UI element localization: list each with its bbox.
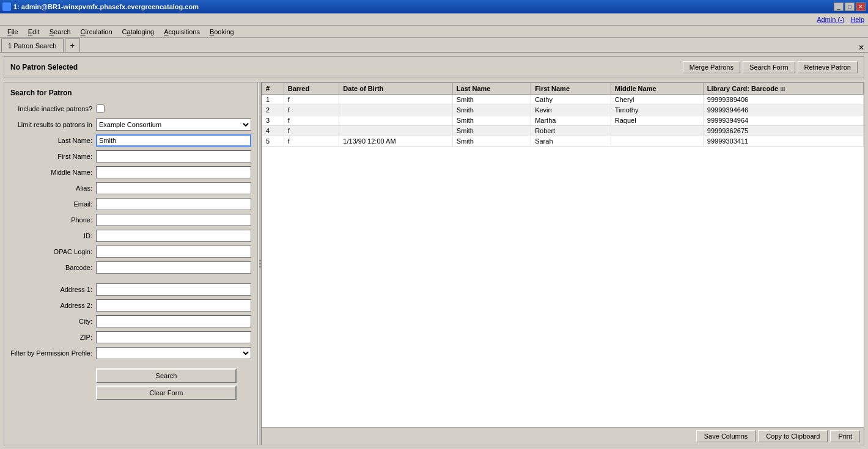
cell-dob (339, 95, 453, 105)
search-button[interactable]: Search (96, 368, 237, 383)
zip-input[interactable] (96, 331, 251, 343)
limit-results-select[interactable]: Example Consortium Branch 1 Branch 2 (96, 119, 251, 131)
cell-library_card: 99999362675 (703, 126, 863, 136)
results-table-header: # Barred Date of Birth Last Name First N… (262, 83, 864, 95)
table-row[interactable]: 3fSmithMarthaRaquel99999394964 (262, 115, 864, 126)
col-last-name[interactable]: Last Name (452, 83, 531, 95)
maximize-button[interactable]: □ (845, 2, 855, 11)
table-row[interactable]: 4fSmithRobert99999362675 (262, 126, 864, 136)
results-footer: Save Columns Copy to Clipboard Print (262, 427, 864, 445)
app-icon (2, 2, 11, 11)
title-bar-text: 1: admin@BR1-winxpvmfx.phasefx.evergreen… (2, 2, 199, 11)
city-input[interactable] (96, 315, 251, 327)
opac-login-row: OPAC Login: (10, 245, 251, 258)
cell-last_name: Smith (452, 126, 531, 136)
top-panel: No Patron Selected Merge Patrons Search … (4, 56, 864, 78)
phone-input[interactable] (96, 214, 251, 226)
tab-bar: 1 Patron Search + ✕ (0, 38, 868, 53)
menu-circulation[interactable]: Circulation (76, 27, 117, 37)
col-dob[interactable]: Date of Birth (339, 83, 453, 95)
save-columns-button[interactable]: Save Columns (696, 430, 756, 442)
cell-library_card: 99999394646 (703, 105, 863, 115)
cell-middle_name: Cheryl (611, 95, 703, 105)
address1-input[interactable] (96, 283, 251, 296)
address2-input[interactable] (96, 299, 251, 312)
print-button[interactable]: Print (830, 430, 860, 442)
retrieve-patron-button[interactable]: Retrieve Patron (798, 61, 858, 73)
splitter-dot-3 (259, 266, 261, 268)
menu-search[interactable]: Search (45, 27, 76, 37)
col-num[interactable]: # (262, 83, 284, 95)
email-input[interactable] (96, 198, 251, 210)
col-library-card[interactable]: Library Card: Barcode ⊞ (703, 83, 863, 95)
help-link[interactable]: Help (850, 16, 864, 23)
cell-num: 2 (262, 105, 284, 115)
cell-library_card: 99999303411 (703, 136, 863, 147)
cell-middle_name: Timothy (611, 105, 703, 115)
cell-dob (339, 115, 453, 126)
middle-name-row: Middle Name: (10, 166, 251, 179)
clear-form-button[interactable]: Clear Form (96, 385, 237, 400)
menu-acquisitions[interactable]: Acquisitions (159, 27, 205, 37)
last-name-row: Last Name: (10, 134, 251, 147)
cell-middle_name: Raquel (611, 115, 703, 126)
table-row[interactable]: 5f1/13/90 12:00 AMSmithSarah99999303411 (262, 136, 864, 147)
middle-name-input[interactable] (96, 166, 251, 178)
cell-barred: f (284, 95, 339, 105)
copy-to-clipboard-button[interactable]: Copy to Clipboard (758, 430, 828, 442)
alias-input[interactable] (96, 182, 251, 194)
tab-bar-close-icon[interactable]: ✕ (858, 43, 867, 52)
admin-bar: Admin (-) Help (0, 13, 868, 26)
merge-patrons-button[interactable]: Merge Patrons (683, 61, 740, 73)
minimize-button[interactable]: _ (834, 2, 844, 11)
cell-dob: 1/13/90 12:00 AM (339, 136, 453, 147)
city-row: City: (10, 315, 251, 328)
col-first-name[interactable]: First Name (531, 83, 611, 95)
cell-first_name: Sarah (531, 136, 611, 147)
id-row: ID: (10, 229, 251, 243)
col-barred[interactable]: Barred (284, 83, 339, 95)
last-name-label: Last Name: (10, 137, 96, 144)
close-button[interactable]: ✕ (856, 2, 866, 11)
filter-permission-select[interactable] (96, 347, 251, 359)
cell-num: 4 (262, 126, 284, 136)
splitter-dot-2 (259, 263, 261, 265)
table-row[interactable]: 1fSmithCathyCheryl99999389406 (262, 95, 864, 105)
opac-login-input[interactable] (96, 246, 251, 258)
cell-num: 5 (262, 136, 284, 147)
search-form-button[interactable]: Search Form (743, 61, 795, 73)
menu-file[interactable]: File (2, 27, 23, 37)
address2-label: Address 2: (10, 302, 96, 309)
city-label: City: (10, 318, 96, 325)
col-middle-name[interactable]: Middle Name (611, 83, 703, 95)
cell-last_name: Smith (452, 136, 531, 147)
include-inactive-row: Include inactive patrons? (10, 102, 251, 115)
table-row[interactable]: 2fSmithKevinTimothy99999394646 (262, 105, 864, 115)
first-name-label: First Name: (10, 153, 96, 160)
title-text: 1: admin@BR1-winxpvmfx.phasefx.evergreen… (13, 3, 199, 10)
email-row: Email: (10, 197, 251, 211)
id-input[interactable] (96, 230, 251, 242)
menu-cataloging[interactable]: Cataloging (117, 27, 160, 37)
barcode-label: Barcode: (10, 264, 96, 271)
tab-patron-search[interactable]: 1 Patron Search (1, 38, 64, 52)
tab-add-button[interactable]: + (65, 38, 81, 52)
menu-booking[interactable]: Booking (205, 27, 239, 37)
cell-barred: f (284, 105, 339, 115)
cell-num: 1 (262, 95, 284, 105)
last-name-input[interactable] (96, 134, 251, 147)
first-name-input[interactable] (96, 150, 251, 162)
include-inactive-checkbox[interactable] (96, 104, 105, 113)
results-table-wrapper: # Barred Date of Birth Last Name First N… (262, 82, 864, 427)
barcode-input[interactable] (96, 261, 251, 274)
cell-num: 3 (262, 115, 284, 126)
cell-first_name: Martha (531, 115, 611, 126)
main-content: No Patron Selected Merge Patrons Search … (0, 53, 868, 449)
phone-row: Phone: (10, 213, 251, 227)
filter-permission-label: Filter by Permission Profile: (10, 349, 96, 357)
admin-link[interactable]: Admin (-) (817, 16, 844, 23)
include-inactive-label: Include inactive patrons? (10, 105, 96, 112)
cell-first_name: Robert (531, 126, 611, 136)
opac-login-label: OPAC Login: (10, 248, 96, 255)
menu-edit[interactable]: Edit (23, 27, 45, 37)
